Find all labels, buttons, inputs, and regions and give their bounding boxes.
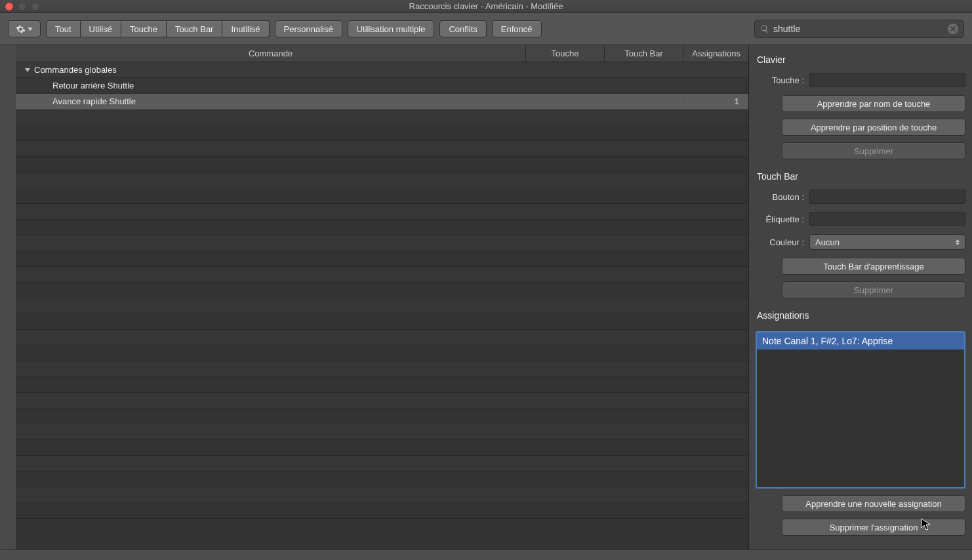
key-field-input[interactable]	[809, 73, 965, 87]
col-touchbar[interactable]: Touch Bar	[604, 45, 683, 62]
commands-table: Commande Touche Touch Bar Assignations C…	[16, 45, 749, 550]
col-assignments[interactable]: Assignations	[683, 45, 748, 62]
filter-unused[interactable]: Inutilisé	[222, 20, 269, 37]
inspector-panel: Clavier Touche : Apprendre par nom de to…	[749, 45, 972, 550]
actions-menu-button[interactable]	[8, 20, 41, 37]
window-title: Raccourcis clavier - Américain - Modifié…	[409, 1, 563, 11]
delete-key-button[interactable]: Supprimer	[782, 142, 965, 159]
filter-all[interactable]: Tout	[46, 20, 81, 37]
gear-icon	[16, 24, 26, 34]
button-field-input[interactable]	[809, 190, 965, 204]
zoom-window-button[interactable]	[31, 3, 39, 10]
command-name: Retour arrière Shuttle	[21, 81, 134, 90]
col-key[interactable]: Touche	[525, 45, 604, 62]
color-select-value: Aucun	[815, 237, 840, 247]
filter-conflicts[interactable]: Conflits	[439, 20, 486, 37]
col-command[interactable]: Commande	[16, 45, 525, 62]
filter-custom[interactable]: Personnalisé	[275, 20, 342, 37]
learn-new-assignment-button[interactable]: Apprendre une nouvelle assignation	[782, 495, 965, 512]
titlebar: Raccourcis clavier - Américain - Modifié…	[0, 0, 972, 13]
filter-used[interactable]: Utilisé	[81, 20, 121, 37]
group-label: Commandes globales	[34, 65, 117, 75]
color-field-label: Couleur :	[756, 237, 804, 247]
minimize-window-button[interactable]	[18, 3, 26, 10]
group-row[interactable]: Commandes globales	[16, 62, 748, 78]
table-row[interactable]: Retour arrière Shuttle	[16, 78, 748, 94]
etiquette-field-input[interactable]	[809, 212, 965, 226]
key-field-label: Touche :	[756, 75, 804, 85]
window-controls	[5, 3, 39, 10]
color-select[interactable]: Aucun	[809, 234, 965, 250]
section-touchbar: Touch Bar	[757, 171, 965, 182]
window-footer	[0, 550, 972, 560]
close-window-button[interactable]	[5, 3, 13, 10]
filter-multiple-use[interactable]: Utilisation multiple	[348, 20, 435, 37]
search-icon	[760, 24, 769, 33]
search-field[interactable]: shuttle	[754, 20, 964, 38]
table-row[interactable]: Avance rapide Shuttle 1	[16, 94, 748, 110]
command-name: Avance rapide Shuttle	[21, 96, 136, 106]
learn-by-key-position-button[interactable]: Apprendre par position de touche	[782, 119, 965, 136]
table-header: Commande Touche Touch Bar Assignations	[16, 45, 748, 62]
filter-group-primary: Tout Utilisé Touche Touch Bar Inutilisé	[46, 20, 270, 37]
clear-search-button[interactable]	[948, 24, 958, 34]
assignment-item[interactable]: Note Canal 1, F#2, Lo7: Apprise	[757, 332, 964, 350]
filter-touchbar[interactable]: Touch Bar	[167, 20, 223, 37]
disclosure-triangle-icon[interactable]	[25, 68, 30, 72]
toolbar: Tout Utilisé Touche Touch Bar Inutilisé …	[0, 13, 972, 45]
delete-touchbar-button[interactable]: Supprimer	[782, 281, 965, 298]
section-assignments: Assignations	[757, 310, 965, 321]
filter-pressed[interactable]: Enfoncé	[492, 20, 542, 37]
table-body[interactable]: Commandes globales Retour arrière Shuttl…	[16, 62, 748, 550]
chevron-down-icon	[28, 28, 33, 31]
delete-assignment-button[interactable]: Supprimer l'assignation	[782, 519, 965, 536]
section-keyboard: Clavier	[757, 54, 965, 65]
learn-touchbar-button[interactable]: Touch Bar d'apprentissage	[782, 258, 965, 275]
assignments-list[interactable]: Note Canal 1, F#2, Lo7: Apprise	[756, 331, 965, 489]
etiquette-field-label: Étiquette :	[756, 214, 804, 224]
learn-by-key-name-button[interactable]: Apprendre par nom de touche	[782, 95, 965, 112]
search-input-text: shuttle	[773, 24, 944, 34]
filter-key[interactable]: Touche	[121, 20, 167, 37]
close-icon	[950, 26, 956, 31]
button-field-label: Bouton :	[756, 192, 804, 202]
updown-icon	[956, 239, 960, 245]
